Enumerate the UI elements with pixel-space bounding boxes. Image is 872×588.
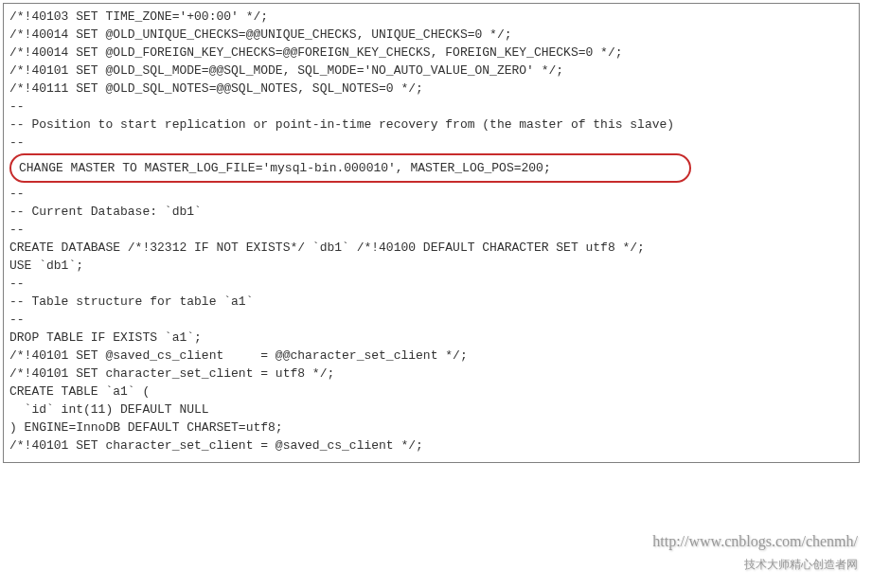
code-line: `id` int(11) DEFAULT NULL	[9, 401, 853, 419]
code-line: --	[9, 275, 853, 293]
code-line: USE `db1`;	[9, 257, 853, 275]
document-container: /*!40103 SET TIME_ZONE='+00:00' */; /*!4…	[0, 0, 872, 588]
code-line: /*!40101 SET @saved_cs_client = @@charac…	[9, 347, 853, 365]
code-line: --	[9, 221, 853, 239]
code-block-border: /*!40103 SET TIME_ZONE='+00:00' */; /*!4…	[3, 3, 860, 463]
code-line-highlighted: CHANGE MASTER TO MASTER_LOG_FILE='mysql-…	[19, 159, 682, 177]
code-line: -- Position to start replication or poin…	[9, 116, 853, 134]
highlighted-change-master-statement: CHANGE MASTER TO MASTER_LOG_FILE='mysql-…	[9, 153, 691, 183]
watermark-url: http://www.cnblogs.com/chenmh/	[652, 533, 858, 549]
code-line: --	[9, 98, 853, 116]
code-line: --	[9, 185, 853, 203]
code-line: /*!40101 SET character_set_client = @sav…	[9, 437, 853, 454]
code-line: /*!40101 SET character_set_client = utf8…	[9, 365, 853, 383]
code-line: -- Table structure for table `a1`	[9, 293, 853, 311]
watermark: http://www.cnblogs.com/chenmh/ 技术大师精心创造者…	[652, 531, 858, 574]
code-line: /*!40103 SET TIME_ZONE='+00:00' */;	[9, 8, 853, 26]
code-line: ) ENGINE=InnoDB DEFAULT CHARSET=utf8;	[9, 419, 853, 437]
code-line: /*!40014 SET @OLD_UNIQUE_CHECKS=@@UNIQUE…	[9, 26, 853, 44]
code-line: CREATE DATABASE /*!32312 IF NOT EXISTS*/…	[9, 239, 853, 257]
code-line: /*!40101 SET @OLD_SQL_MODE=@@SQL_MODE, S…	[9, 62, 853, 80]
watermark-extra: 技术大师精心创造者网	[744, 558, 858, 571]
code-line: /*!40111 SET @OLD_SQL_NOTES=@@SQL_NOTES,…	[9, 80, 853, 98]
code-line: DROP TABLE IF EXISTS `a1`;	[9, 329, 853, 347]
code-line: --	[9, 134, 853, 151]
code-line: CREATE TABLE `a1` (	[9, 383, 853, 401]
code-line: -- Current Database: `db1`	[9, 203, 853, 221]
code-line: --	[9, 311, 853, 329]
code-line: /*!40014 SET @OLD_FOREIGN_KEY_CHECKS=@@F…	[9, 44, 853, 62]
